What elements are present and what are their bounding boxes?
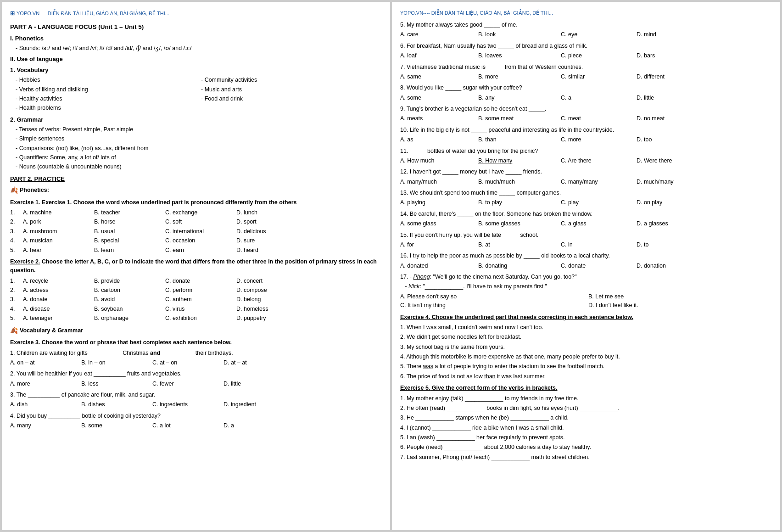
right-q7-text: 7. Vietnamese traditional music is _____… xyxy=(400,63,772,72)
q4-a: A. musician xyxy=(23,236,94,245)
left-site-header-text: YOPO.VN---- DIỄN ĐÀN TÀI LIỆU, GIÁO ÁN, … xyxy=(17,10,169,17)
vocab-right: - Community activities - Music and arts … xyxy=(201,76,382,113)
plus-icon: ⊞ xyxy=(10,9,15,18)
right-q6-text: 6. For breakfast, Nam usually has two __… xyxy=(400,42,772,50)
arrow-icon: 🍂 xyxy=(10,185,18,196)
q4-d: D. sure xyxy=(236,236,296,245)
ex4-title: Exercise 4. Choose the underlined part t… xyxy=(400,313,772,322)
vocabulary-label: 1. Vocabulary xyxy=(10,66,382,75)
right-q13: 13. We shouldn't spend too much time ___… xyxy=(400,189,772,207)
ex5-item-3: 3. He ____________ stamps when he (be) _… xyxy=(400,414,772,422)
right-q16: 16. I try to help the poor as much as po… xyxy=(400,252,772,270)
right-q16-text: 16. I try to help the poor as much as po… xyxy=(400,252,772,260)
ex1-q4: 4. A. musician B. special C. occasion D.… xyxy=(10,236,382,245)
ex4-item-1: 1. When I was small, I couldn't swim and… xyxy=(400,323,772,332)
ex5-item-1: 1. My mother enjoy (talk) ____________ t… xyxy=(400,394,772,403)
ex4-item-5: 5. There was a lot of people trying to e… xyxy=(400,362,772,371)
vocab-item-r2: - Music and arts xyxy=(201,85,382,94)
ex5-item-2: 2. He often (read) ____________ books in… xyxy=(400,404,772,413)
q4-b: B. special xyxy=(94,236,165,245)
ex2-title: Exercise 2. Choose the letter A, B, C, o… xyxy=(10,258,382,275)
phonetics-label: I. Phonetics xyxy=(10,34,382,43)
vocab-left: - Hobbies - Verbs of liking and dislikin… xyxy=(16,76,196,113)
vocab-item-1: - Hobbies xyxy=(16,76,196,84)
right-q7: 7. Vietnamese traditional music is _____… xyxy=(400,63,772,82)
right-q13-opts: A. playing B. to play C. play D. on play xyxy=(400,198,772,207)
q3-d: D. delicious xyxy=(236,227,296,236)
q1-b: B. teacher xyxy=(94,208,165,217)
q2-d: D. sport xyxy=(236,218,296,226)
q4-num: 4. xyxy=(10,236,23,245)
ex5-item-4: 4. I (cannot) ____________ ride a bike w… xyxy=(400,424,772,432)
ex1-questions: 1. A. machine B. teacher C. exchange D. … xyxy=(10,208,382,255)
ex3-q1: 1. Children are waiting for gifts ______… xyxy=(10,349,382,368)
right-q8-text: 8. Would you like _____ sugar with your … xyxy=(400,84,772,92)
ex5-item-6: 6. People (need) ____________ about 2,00… xyxy=(400,443,772,452)
right-q11-text: 11. _____ bottles of water did you bring… xyxy=(400,147,772,156)
vocab-grammar-label: Vocabulary & Grammar xyxy=(20,326,83,335)
right-q13-text: 13. We shouldn't spend too much time ___… xyxy=(400,189,772,197)
right-q12: 12. I haven't got _____ money but I have… xyxy=(400,168,772,186)
right-q6-opts: A. loaf B. loaves C. piece D. bars xyxy=(400,51,772,60)
right-q5: 5. My mother always takes good _____ of … xyxy=(400,21,772,39)
right-q15-text: 15. If you don't hurry up, you will be l… xyxy=(400,231,772,240)
q1-d: D. lunch xyxy=(236,208,296,217)
left-page: ⊞ YOPO.VN---- DIỄN ĐÀN TÀI LIỆU, GIÁO ÁN… xyxy=(2,2,390,530)
ex4-items: 1. When I was small, I couldn't swim and… xyxy=(400,323,772,381)
grammar-item-5: - Nouns (countable & uncountable nouns) xyxy=(16,162,382,171)
right-q12-opts: A. many/much B. much/much C. many/many D… xyxy=(400,178,772,186)
left-site-header: ⊞ YOPO.VN---- DIỄN ĐÀN TÀI LIỆU, GIÁO ÁN… xyxy=(10,9,382,18)
ex4-item-4: 4. Although this motorbike is more expen… xyxy=(400,353,772,361)
sounds-line: - Sounds: /ɜː/ and /ə/; /f/ and /v/; /t/… xyxy=(16,44,382,53)
ex3-q2: 2. You will be healthier if you eat ____… xyxy=(10,370,382,388)
ex3-q4: 4. Did you buy __________ bottle of cook… xyxy=(10,412,382,431)
q2-b: B. horse xyxy=(94,218,165,226)
q3-num: 3. xyxy=(10,227,23,236)
grammar-item-3: - Comparisons: (not) like, (not) as...as… xyxy=(16,144,382,153)
q5-num: 5. xyxy=(10,246,23,255)
right-q15-opts: A. for B. at C. in D. to xyxy=(400,241,772,249)
ex1-q1: 1. A. machine B. teacher C. exchange D. … xyxy=(10,208,382,217)
ex5-items: 1. My mother enjoy (talk) ____________ t… xyxy=(400,394,772,462)
right-q8-opts: A. some B. any C. a D. little xyxy=(400,94,772,102)
ex2-questions: 1. A. recycle B. provide C. donate D. co… xyxy=(10,277,382,323)
right-q14-text: 14. Be careful, there's _____ on the flo… xyxy=(400,210,772,218)
q2-num: 2. xyxy=(10,218,23,226)
q2-a: A. pork xyxy=(23,218,94,226)
right-q14-opts: A. some glass B. some glasses C. a glass… xyxy=(400,219,772,228)
right-q11: 11. _____ bottles of water did you bring… xyxy=(400,147,772,166)
ex2-q2: 2. A. actress B. cartoon C. perform D. c… xyxy=(10,286,382,295)
right-q6: 6. For breakfast, Nam usually has two __… xyxy=(400,42,772,61)
right-q14: 14. Be careful, there's _____ on the flo… xyxy=(400,210,772,229)
use-of-lang: II. Use of language xyxy=(10,55,382,64)
right-q10-text: 10. Life in the big city is not _____ pe… xyxy=(400,126,772,134)
ex4-item-6: 6. The price of food is not as low than … xyxy=(400,372,772,381)
right-q15: 15. If you don't hurry up, you will be l… xyxy=(400,231,772,250)
grammar-item-4: - Quantifiers: Some, any, a lot of/ lots… xyxy=(16,153,382,162)
part-a-title: PART A - LANGUAGE FOCUS (Unit 1 – Unit 5… xyxy=(10,22,382,32)
q3-b: B. usual xyxy=(94,227,165,236)
ex2-q5: 5. A. teenager B. orphanage C. exhibitio… xyxy=(10,314,382,323)
grammar-item-2: - Simple sentences xyxy=(16,134,382,143)
right-q9-text: 9. Tung's brother is a vegetarian so he … xyxy=(400,105,772,113)
right-q17-text: 17. - Phong: "We'll go to the cinema nex… xyxy=(400,273,772,281)
q3-c: C. international xyxy=(165,227,236,236)
right-page: YOPO.VN---- DIỄN ĐÀN TÀI LIỆU, GIÁO ÁN, … xyxy=(392,2,780,530)
q2-c: C. soft xyxy=(165,218,236,226)
q5-d: D. heard xyxy=(236,246,296,255)
right-q12-text: 12. I haven't got _____ money but I have… xyxy=(400,168,772,176)
ex4-item-2: 2. We didn't get some noodles left for b… xyxy=(400,333,772,342)
right-q8: 8. Would you like _____ sugar with your … xyxy=(400,84,772,102)
ex1-q5: 5. A. hear B. learn C. earn D. heard xyxy=(10,246,382,255)
right-q17-opts: A. Please don't say so B. Let me see C. … xyxy=(400,292,772,310)
right-q17-nick: - Nick: "____________. I'll have to ask … xyxy=(400,282,772,291)
ex3-questions: 1. Children are waiting for gifts ______… xyxy=(10,349,382,431)
ex4-item-3: 3. My school bag is the same from yours. xyxy=(400,343,772,352)
vocab-item-4: - Health problems xyxy=(16,104,196,112)
grammar-label: 2. Grammar xyxy=(10,115,382,124)
right-q9-opts: A. meats B. some meat C. meat D. no meat xyxy=(400,114,772,123)
q3-a: A. mushroom xyxy=(23,227,94,236)
ex3-q1-text: 1. Children are waiting for gifts ______… xyxy=(10,349,382,358)
q1-c: C. exchange xyxy=(165,208,236,217)
vocab-item-r3: - Food and drink xyxy=(201,95,382,103)
